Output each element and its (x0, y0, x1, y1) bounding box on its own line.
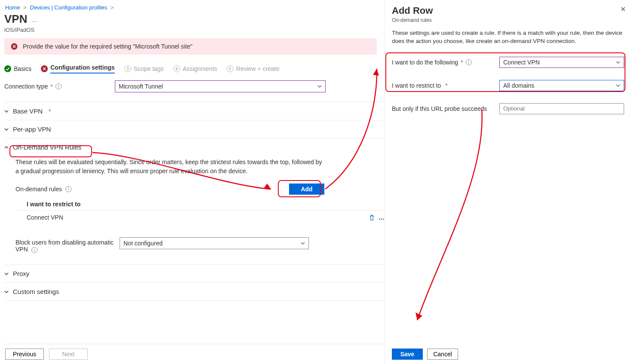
chevron-down-icon (616, 60, 620, 64)
panel-restrict-label: I want to restrict to * (392, 82, 495, 89)
panel-urlprobe-label: But only if this URL probe succeeds (392, 105, 495, 112)
chevron-down-icon (616, 83, 620, 88)
tab-configuration-settings[interactable]: Configuration settings (41, 64, 114, 73)
block-automatic-vpn-select[interactable]: Not configured (120, 237, 309, 249)
section-per-app-vpn: Per-app VPN (4, 120, 385, 138)
panel-title: Add Row (392, 5, 624, 16)
svg-point-1 (4, 65, 11, 72)
wizard-tabs: Basics Configuration settings 3 Scope ta… (4, 64, 385, 73)
delete-icon[interactable] (369, 214, 375, 221)
previous-button[interactable]: Previous (5, 349, 44, 360)
chevron-down-icon (4, 272, 9, 276)
ondemand-description: These rules will be evaluated sequential… (15, 158, 325, 176)
breadcrumb-devices[interactable]: Devices | Configuration profiles (30, 4, 108, 11)
chevron-up-icon (4, 145, 9, 150)
connection-type-label: Connection type* i (4, 83, 110, 90)
rule-value: Connect VPN (27, 214, 63, 221)
section-base-vpn: Base VPN * (4, 102, 385, 120)
chevron-down-icon (301, 241, 305, 245)
panel-description: These settings are used to create a rule… (392, 29, 624, 46)
info-icon[interactable]: i (466, 59, 472, 65)
panel-action-select[interactable]: Connect VPN (499, 57, 624, 68)
panel-subtitle: On-demand rules (392, 17, 624, 23)
section-proxy: Proxy (4, 264, 385, 282)
rule-column-header: I want to restrict to (15, 196, 385, 210)
chevron-down-icon (4, 109, 9, 113)
step-number-icon: 5 (227, 65, 234, 72)
cancel-button[interactable]: Cancel (427, 349, 458, 360)
tab-basics[interactable]: Basics (4, 65, 31, 72)
rule-row[interactable]: Connect VPN … (15, 210, 385, 224)
chevron-down-icon (4, 290, 9, 294)
breadcrumb-home[interactable]: Home (5, 4, 20, 11)
step-number-icon: 4 (173, 65, 180, 72)
page-subtitle: iOS/iPadOS (4, 27, 385, 33)
error-banner: Provide the value for the required setti… (4, 38, 377, 55)
section-custom-settings: Custom settings (4, 282, 385, 301)
next-button[interactable]: Next (49, 349, 88, 360)
block-automatic-vpn-label: Block users from disabling automatic VPN… (15, 237, 114, 253)
panel-restrict-select[interactable]: All domains (499, 80, 624, 91)
panel-urlprobe-input[interactable] (499, 103, 624, 114)
breadcrumb: Home > Devices | Configuration profiles … (4, 4, 385, 12)
more-icon[interactable]: … (379, 214, 385, 221)
chevron-down-icon (317, 84, 322, 89)
tab-review-create[interactable]: 5 Review + create (227, 65, 280, 72)
chevron-down-icon (4, 127, 9, 132)
page-title: VPN (4, 12, 27, 26)
add-row-panel: ✕ Add Row On-demand rules These settings… (385, 0, 631, 364)
section-on-demand-vpn-rules: On-Demand VPN Rules These rules will be … (4, 138, 385, 264)
error-text: Provide the value for the required setti… (23, 43, 192, 50)
add-button[interactable]: Add (289, 184, 324, 195)
save-button[interactable]: Save (392, 349, 423, 360)
info-icon[interactable]: i (31, 247, 37, 253)
ondemand-rules-label: On-demand rules (15, 186, 62, 193)
step-number-icon: 3 (124, 65, 131, 72)
more-icon[interactable]: … (31, 16, 38, 23)
info-icon[interactable]: i (65, 186, 71, 192)
check-circle-icon (4, 65, 11, 72)
tab-scope-tags[interactable]: 3 Scope tags (124, 65, 164, 72)
info-icon[interactable]: i (55, 83, 62, 89)
panel-action-label: I want to do the following* i (392, 59, 495, 66)
close-icon[interactable]: ✕ (620, 5, 626, 13)
error-icon (11, 43, 18, 50)
error-circle-icon (41, 65, 48, 72)
connection-type-select[interactable]: Microsoft Tunnel (115, 80, 326, 92)
tab-assignments[interactable]: 4 Assignments (173, 65, 217, 72)
